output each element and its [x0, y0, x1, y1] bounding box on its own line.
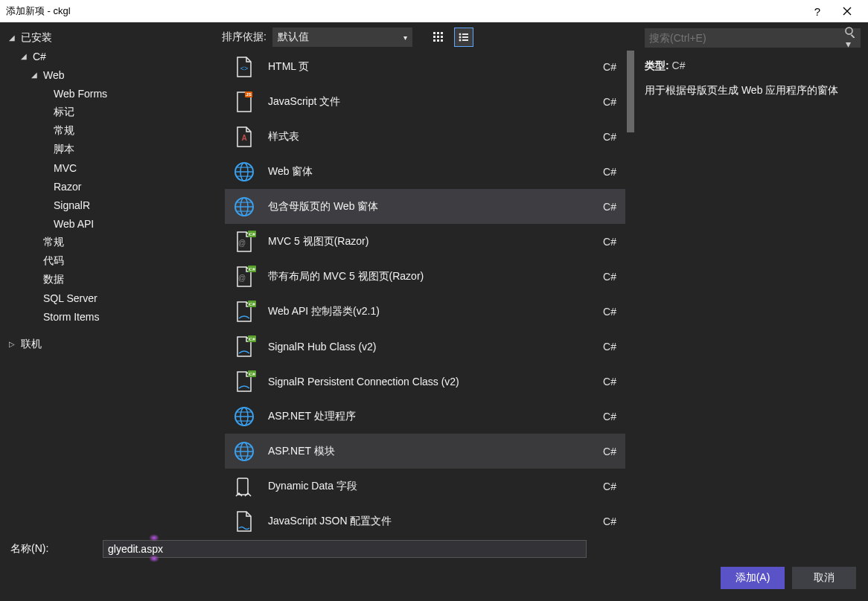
tree-webapi[interactable]: Web API [3, 214, 213, 233]
template-name: SignalR Persistent Connection Class (v2) [268, 376, 603, 388]
cancel-button[interactable]: 取消 [792, 567, 856, 589]
detail-type: 类型: C# [645, 60, 861, 73]
svg-text:C#: C# [249, 301, 255, 307]
svg-rect-7 [437, 39, 439, 42]
help-icon[interactable]: ? [802, 0, 832, 22]
svg-point-9 [459, 33, 461, 36]
tree-mvc[interactable]: MVC [3, 158, 213, 177]
template-icon [229, 402, 259, 431]
template-lang: C# [603, 131, 616, 143]
category-tree: ◢已安装 ◢C# ◢Web Web Forms 标记 常规 脚本 MVC Raz… [0, 22, 216, 537]
template-row[interactable]: JavaScript JSON 配置文件 C# [225, 504, 625, 537]
titlebar: 添加新项 - ckgl ? [0, 0, 868, 22]
template-name: ASP.NET 处理程序 [268, 410, 603, 423]
template-icon: JS [229, 87, 259, 117]
tree-web[interactable]: ◢Web [3, 65, 213, 84]
svg-rect-0 [433, 32, 435, 34]
template-name: ASP.NET 模块 [268, 445, 603, 458]
search-box[interactable]: ▾ [645, 28, 861, 48]
tree-code[interactable]: 代码 [3, 251, 213, 270]
add-button[interactable]: 添加(A) [721, 567, 785, 589]
tree-online[interactable]: ▷联机 [3, 335, 213, 353]
tree-data[interactable]: 数据 [3, 270, 213, 289]
svg-rect-4 [437, 36, 439, 38]
template-lang: C# [603, 306, 616, 318]
tree-web-forms[interactable]: Web Forms [3, 84, 213, 103]
close-icon[interactable] [832, 0, 862, 22]
template-icon [229, 507, 259, 536]
view-list-button[interactable] [454, 28, 473, 47]
template-name: 样式表 [268, 130, 603, 144]
template-lang: C# [603, 236, 616, 248]
svg-point-52 [846, 28, 852, 34]
view-grid-button[interactable] [429, 28, 448, 47]
template-lang: C# [603, 376, 616, 388]
tree-installed[interactable]: ◢已安装 [3, 28, 213, 47]
template-row[interactable]: @C# 带有布局的 MVC 5 视图页(Razor) C# [225, 259, 625, 294]
tree-razor[interactable]: Razor [3, 177, 213, 196]
template-row[interactable]: Web 窗体 C# [225, 154, 625, 189]
svg-text:<>: <> [240, 65, 249, 72]
template-lang: C# [603, 341, 616, 353]
svg-point-13 [459, 39, 461, 42]
tree-general[interactable]: 常规 [3, 121, 213, 140]
template-lang: C# [603, 411, 616, 422]
template-icon [229, 472, 259, 501]
template-lang: C# [603, 166, 616, 178]
template-row[interactable]: C# SignalR Hub Class (v2) C# [225, 329, 625, 364]
sort-label: 排序依据: [222, 30, 267, 44]
tree-general2[interactable]: 常规 [3, 233, 213, 251]
window-title: 添加新项 - ckgl [6, 4, 802, 18]
template-lang: C# [603, 271, 616, 283]
template-name: SignalR Hub Class (v2) [268, 341, 603, 353]
tree-script[interactable]: 脚本 [3, 140, 213, 158]
template-row[interactable]: Dynamic Data 字段 C# [225, 469, 625, 504]
template-icon: <> [229, 52, 259, 82]
template-row[interactable]: C# SignalR Persistent Connection Class (… [225, 364, 625, 399]
detail-description: 用于根据母版页生成 Web 应用程序的窗体 [645, 83, 861, 98]
template-row[interactable]: JS JavaScript 文件 C# [225, 84, 625, 119]
scrollbar[interactable] [625, 49, 636, 537]
template-lang: C# [603, 201, 616, 213]
tree-sqlserver[interactable]: SQL Server [3, 289, 213, 307]
svg-rect-51 [237, 478, 248, 495]
svg-point-11 [459, 36, 461, 39]
template-name: 包含母版页的 Web 窗体 [268, 200, 603, 213]
template-lang: C# [603, 96, 616, 108]
tree-storm[interactable]: Storm Items [3, 307, 213, 326]
svg-text:@: @ [238, 239, 246, 247]
template-icon: C# [229, 367, 259, 396]
template-icon: @C# [229, 262, 259, 292]
template-row[interactable]: A 样式表 C# [225, 119, 625, 154]
template-lang: C# [603, 515, 616, 527]
svg-text:C#: C# [249, 371, 255, 377]
search-icon[interactable]: ▾ [844, 26, 856, 50]
template-lang: C# [603, 481, 616, 492]
svg-text:C#: C# [249, 266, 255, 272]
template-row[interactable]: <> HTML 页 C# [225, 49, 625, 84]
svg-rect-2 [441, 32, 443, 34]
svg-text:C#: C# [249, 336, 255, 342]
template-row[interactable]: C# Web API 控制器类(v2.1) C# [225, 294, 625, 329]
svg-rect-10 [462, 33, 468, 35]
search-input[interactable] [649, 32, 844, 44]
template-icon [229, 437, 259, 466]
name-label: 名称(N): [6, 542, 103, 556]
svg-rect-1 [437, 32, 439, 34]
svg-text:@: @ [238, 274, 246, 282]
name-input[interactable] [103, 540, 587, 558]
svg-text:A: A [241, 134, 246, 142]
tree-csharp[interactable]: ◢C# [3, 47, 213, 65]
template-row[interactable]: ASP.NET 处理程序 C# [225, 399, 625, 434]
template-icon: A [229, 122, 259, 152]
svg-rect-14 [462, 39, 468, 41]
svg-rect-5 [441, 36, 443, 38]
template-row[interactable]: ASP.NET 模块 C# [225, 434, 625, 469]
template-row[interactable]: @C# MVC 5 视图页(Razor) C# [225, 224, 625, 259]
tree-signalr[interactable]: SignalR [3, 196, 213, 214]
sort-combo[interactable]: 默认值▾ [272, 28, 412, 47]
template-row[interactable]: 包含母版页的 Web 窗体 C# [225, 189, 625, 224]
tree-markup[interactable]: 标记 [3, 103, 213, 121]
template-icon: @C# [229, 227, 259, 257]
svg-text:JS: JS [246, 92, 251, 97]
